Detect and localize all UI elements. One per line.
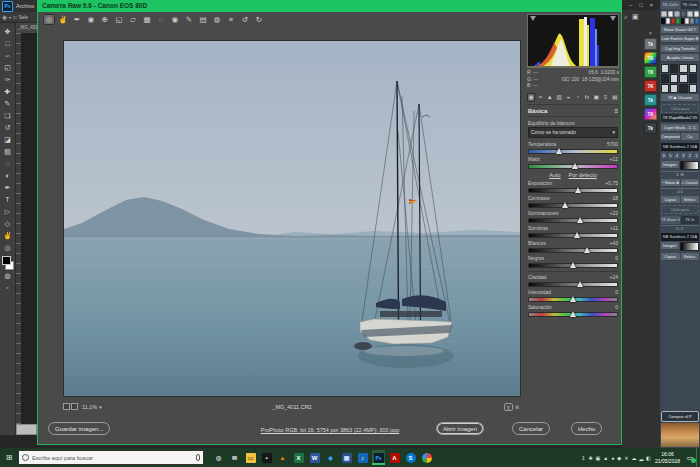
marquee-tool-icon[interactable]: □	[2, 38, 14, 50]
workspace-icon[interactable]: ▣	[632, 13, 639, 21]
blur-tool-icon[interactable]: ◌	[2, 158, 14, 170]
image-preview[interactable]	[63, 40, 521, 397]
color-sampler-tool-icon[interactable]: ◉	[85, 14, 97, 25]
slider-track-matiz[interactable]	[528, 164, 618, 169]
file-explorer-icon[interactable]: ▭	[244, 450, 257, 465]
tab-detail-icon[interactable]: ▲	[546, 93, 554, 102]
crop-tool-icon[interactable]: ◱	[2, 62, 14, 74]
tray-app-icon[interactable]: ▣	[596, 455, 601, 461]
tray-people-icon[interactable]: ↥	[581, 455, 585, 461]
groove-music-icon[interactable]: ♪	[356, 450, 369, 465]
skype-icon[interactable]: S	[404, 450, 417, 465]
path-select-tool-icon[interactable]: ▷	[2, 206, 14, 218]
taskbar-clock[interactable]: 16:06 21/05/2018	[655, 451, 680, 464]
quick-mask-icon[interactable]: ◍	[2, 270, 14, 282]
gradient-tool-icon[interactable]: ▧	[2, 146, 14, 158]
tray-network-icon[interactable]: ▂	[639, 455, 643, 461]
tk-button[interactable]: + Curvas	[681, 179, 700, 187]
tab-tone-curve-icon[interactable]: ≈	[536, 93, 544, 102]
tk-mask-thumb[interactable]	[689, 84, 697, 93]
cancel-button[interactable]: Cancelar	[512, 422, 550, 435]
tab-hsl-icon[interactable]: ▥	[555, 93, 563, 102]
slider-thumb[interactable]	[577, 217, 583, 223]
slider-track-sombras[interactable]	[528, 233, 618, 238]
auto-link[interactable]: Auto	[549, 172, 560, 178]
graduated-filter-tool-icon[interactable]: ▤	[197, 14, 209, 25]
slider-track-negros[interactable]	[528, 263, 618, 268]
tk-mask-thumb[interactable]	[679, 84, 687, 93]
slider-track-iluminaciones[interactable]	[528, 218, 618, 223]
brush-tool-icon[interactable]: ✎	[2, 98, 14, 110]
menu-file[interactable]: Archivo	[16, 3, 34, 9]
slider-value[interactable]: 0	[615, 304, 618, 310]
close-button[interactable]: ×	[650, 2, 653, 8]
tk-red-badge-icon[interactable]: TK	[644, 80, 657, 92]
stamp-tool-icon[interactable]: ❏	[2, 110, 14, 122]
slider-thumb[interactable]	[570, 311, 576, 317]
tk-button[interactable]: Capas	[661, 253, 680, 261]
panel-menu-icon[interactable]: ≡	[614, 108, 618, 114]
tk-button[interactable]: Selecc	[681, 253, 700, 261]
targeted-adjustment-tool-icon[interactable]: ⊕	[99, 14, 111, 25]
pen-tool-icon[interactable]: ✒	[2, 182, 14, 194]
tk-button[interactable]: Ca	[681, 133, 700, 141]
tk-mask-thumb[interactable]	[670, 74, 678, 83]
tk-color-chip[interactable]	[687, 11, 693, 17]
tk-button[interactable]: Cap Img Tamaño	[661, 45, 699, 53]
tk-color-chip[interactable]	[661, 11, 667, 17]
crop-tool-icon[interactable]: ◱	[113, 14, 125, 25]
tk-tab[interactable]: TK CoVs	[661, 1, 680, 9]
maximize-button[interactable]: □	[639, 2, 642, 8]
slider-track-temperatura[interactable]	[528, 149, 618, 154]
tk-number-button[interactable]: 3	[681, 152, 687, 159]
tk-number-button[interactable]: 1	[694, 152, 700, 159]
tk-imagen-button[interactable]: Imagen	[661, 242, 679, 250]
tk-dark-badge-icon[interactable]: Tk	[644, 122, 657, 134]
slider-thumb[interactable]	[570, 262, 576, 268]
slider-value[interactable]: +0,75	[605, 180, 618, 186]
slider-track-claridad[interactable]	[528, 282, 618, 287]
tk-tab[interactable]: TK In	[681, 216, 700, 224]
tk-button[interactable]: Compuesto	[661, 133, 680, 141]
tk-color-chip[interactable]	[694, 11, 700, 17]
vlc-icon[interactable]: ▲	[276, 450, 289, 465]
preferences-tool-icon[interactable]: ≡	[225, 14, 237, 25]
slider-value[interactable]: -18	[611, 195, 618, 201]
tray-x-icon[interactable]: ✕	[624, 455, 628, 461]
transform-tool-icon[interactable]: ▦	[141, 14, 153, 25]
hand-tool-icon[interactable]: ✌	[57, 14, 69, 25]
slider-thumb[interactable]	[572, 163, 578, 169]
tray-vlc-icon[interactable]: ▲	[603, 455, 608, 461]
tray-adobe-icon[interactable]: ◆	[617, 455, 621, 461]
preview-mode-toggle[interactable]: Y	[504, 403, 513, 411]
type-tool-icon[interactable]: T	[2, 194, 14, 206]
tk-number-button[interactable]: 5	[668, 152, 674, 159]
panel-close-icon[interactable]: ×	[649, 30, 652, 36]
white-balance-select[interactable]: Como se ha tomado ▾	[528, 127, 618, 138]
slider-value[interactable]: 0	[615, 289, 618, 295]
word-icon[interactable]: W	[308, 450, 321, 465]
tk-button[interactable]: TK ▶ Usuario	[661, 94, 699, 102]
mail-icon[interactable]: ✉	[228, 450, 241, 465]
tk-color-chip[interactable]	[685, 18, 689, 24]
tk-button[interactable]: Layer Mask - 1. C	[661, 124, 699, 132]
tk-mask-thumb[interactable]	[661, 64, 669, 73]
slider-track-contraste[interactable]	[528, 203, 618, 208]
tray-dot-icon[interactable]: ●	[611, 455, 614, 461]
tk-color-chip[interactable]	[671, 18, 675, 24]
adjustment-brush-tool-icon[interactable]: ✎	[183, 14, 195, 25]
tab-split-toning-icon[interactable]: ◒	[564, 93, 572, 102]
dodge-tool-icon[interactable]: ◐	[2, 170, 14, 182]
tk-color-chip[interactable]	[690, 18, 694, 24]
tk-number-button[interactable]: 2	[687, 152, 693, 159]
open-image-button[interactable]: Abrir imagen	[436, 422, 484, 435]
tk-mask-thumb[interactable]	[689, 64, 697, 73]
tk-mask-thumb[interactable]	[670, 84, 678, 93]
start-button[interactable]: ⊞	[0, 453, 18, 462]
search-icon[interactable]: ⌕	[624, 13, 628, 21]
eyedropper-tool-icon[interactable]: ✑	[2, 74, 14, 86]
slider-value[interactable]: 0	[615, 255, 618, 261]
tk-number-button[interactable]: 4	[674, 152, 680, 159]
tab-snapshots-icon[interactable]: ▤	[611, 93, 619, 102]
tk-color-chip[interactable]	[674, 11, 680, 17]
